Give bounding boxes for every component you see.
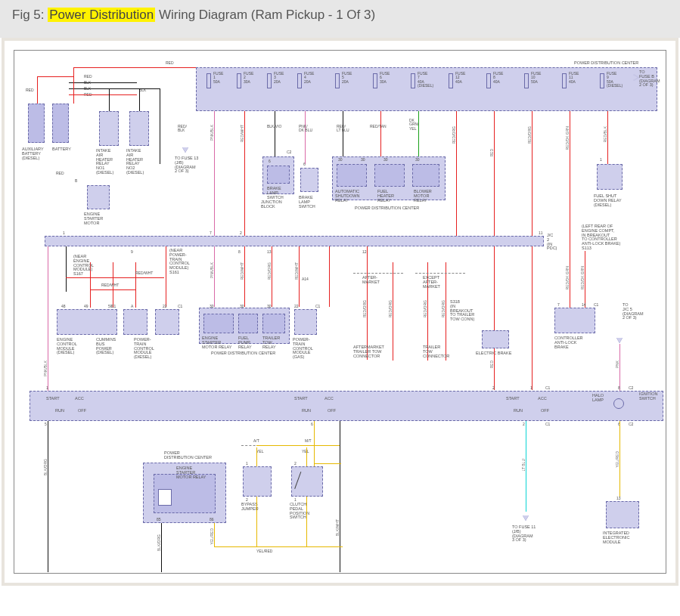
- esmr-label: ENGINE STARTER MOTOR RELAY: [176, 466, 206, 479]
- wb2: [73, 67, 74, 104]
- intake-heater-1-box: [99, 111, 119, 146]
- ign-p2b: 2: [523, 423, 525, 426]
- rw1: RED/WHT: [135, 271, 153, 275]
- bw1: [161, 523, 162, 572]
- hrw1: [66, 277, 164, 278]
- halo-label: HALO LAMP: [592, 394, 604, 403]
- mw6: [214, 246, 215, 307]
- starter-relay-inner: [203, 314, 234, 333]
- pdc-top-label: POWER DISTRIBUTION CENTER: [574, 61, 638, 66]
- engine-starter-motor-label: ENGINE STARTER MOTOR: [84, 212, 103, 225]
- s318-label: S318 (IN BREAKOUT TO TRAILER TOW CONN): [450, 300, 474, 322]
- fuse-label: FUSE 3 20A: [274, 72, 284, 84]
- bypass-box: [243, 466, 272, 497]
- yel-at: YEL: [256, 450, 263, 453]
- iw5: [619, 421, 620, 497]
- mt-label: M/T: [305, 439, 312, 443]
- ign-run-3: RUN: [514, 409, 523, 413]
- vc1: PNK/BLK: [210, 125, 214, 141]
- bj-p1: 1: [246, 462, 248, 466]
- cl-w1: [306, 447, 307, 466]
- p13a: 13: [267, 250, 272, 254]
- pdc4-label: POWER DISTRIBUTION CENTER: [164, 451, 212, 460]
- vc10: RED/ORG: [527, 126, 532, 144]
- vf10: [532, 111, 533, 236]
- c2-jb: C2: [287, 150, 291, 154]
- p14cab: 14: [582, 303, 586, 307]
- fuel-shutdown-box: [597, 164, 623, 190]
- except-brk: [415, 273, 465, 274]
- yelredv: YEL/RED: [210, 528, 214, 544]
- cummins-label: CUMMINS BUS POWER (DIESEL): [96, 338, 116, 355]
- fuel-pump-label: FUEL PUMP RELAY: [238, 336, 252, 349]
- ign-c1: C1: [545, 386, 550, 390]
- pin-b-esm: B: [75, 179, 77, 183]
- junction-block-label: JUNCTION BLOCK: [261, 200, 282, 209]
- vf9: [494, 111, 495, 330]
- blkorg1: BLK/ORG: [43, 459, 48, 475]
- mw7: [244, 246, 245, 307]
- wb: [37, 76, 38, 104]
- wire-blk-1: RED: [84, 75, 92, 79]
- mw10: [329, 246, 330, 307]
- blower-label: BLOWER MOTOR RELAY: [414, 190, 432, 203]
- vc5: RED/ LT BLU: [337, 125, 349, 133]
- fuse-icon: [267, 73, 272, 88]
- cab-label: CONTROLLER ANTI-LOCK BRAKE: [554, 336, 583, 349]
- ptcm-diesel-label: POWER- TRAIN CONTROL MODULE (DIESEL): [134, 338, 154, 360]
- at-label: A/T: [253, 439, 259, 443]
- jc-p2: 2: [240, 231, 242, 235]
- fuse-cell: FUSE 7 40A (DIESEL): [409, 72, 435, 91]
- mw4: [135, 262, 136, 308]
- vc9: RED: [489, 149, 494, 157]
- pnkblk2: PNK/BLK: [43, 361, 48, 376]
- wv1: [109, 88, 110, 111]
- fuse-icon: [486, 73, 491, 88]
- p9a: 9: [131, 250, 133, 254]
- p7cab: 7: [557, 303, 560, 307]
- fuel-heater-label: FUEL HEATER RELAY: [377, 190, 394, 203]
- halo-lamp-icon: [613, 398, 624, 409]
- jc-p11: 11: [539, 231, 543, 235]
- after-brk: [353, 273, 403, 274]
- fig-prefix: Fig 5:: [12, 8, 48, 22]
- wire-b2: [69, 88, 160, 89]
- vc3b: RED/ORG: [267, 262, 272, 280]
- fuse-icon: [524, 73, 529, 88]
- vc6b: RED/ORG: [388, 300, 393, 317]
- p30d: 30: [415, 158, 420, 162]
- vc1b: PNK/BLK: [210, 262, 214, 278]
- pdc2-label: POWER DISTRIBUTION CENTER: [355, 206, 419, 211]
- ign-acc-1: ACC: [75, 397, 84, 401]
- vc6: RED/TAN: [370, 125, 387, 128]
- wv2: [139, 88, 140, 111]
- vf12: [607, 111, 608, 164]
- vc5b: RED/ORG: [362, 300, 367, 317]
- fuel-heater-inner: [374, 164, 405, 187]
- ign-p1b: 1: [530, 386, 533, 390]
- aux-battery-box: [28, 104, 45, 143]
- wire-red-aux: RED: [26, 88, 34, 92]
- yelred-bus: [214, 546, 343, 547]
- ignition-switch-box: [29, 391, 663, 421]
- pnklabel: PNK: [615, 361, 619, 368]
- ign-c2top: C2: [629, 386, 633, 390]
- fuse-label: FUSE 6 30A: [380, 72, 390, 84]
- starter-relay-label: ENGINE STARTER MOTOR RELAY: [202, 336, 232, 349]
- cl-p2: 2: [294, 462, 297, 466]
- fig-suffix: Wiring Diagram (Ram Pickup - 1 Of 3): [155, 8, 375, 22]
- ign-p2a: 2: [492, 386, 495, 390]
- clutch-box: [291, 466, 323, 497]
- trailer-conn-label: TRAILER TOW CONNECTOR: [423, 345, 449, 358]
- fuse-icon: [297, 73, 302, 88]
- vc4: PNK/ DK BLU: [299, 125, 312, 133]
- mwred: [494, 348, 495, 390]
- fuel-pump-inner: [238, 314, 258, 333]
- wcr: RED: [56, 172, 64, 175]
- fuse-label: FUSE 11 40A: [569, 72, 579, 84]
- pin1-fs: 1: [600, 158, 602, 162]
- fuse-label: FUSE 1 50A: [213, 72, 223, 84]
- mw9: [299, 246, 300, 307]
- vc7: DK GRN/ YEL: [409, 119, 419, 131]
- ign-off-3: OFF: [541, 409, 549, 413]
